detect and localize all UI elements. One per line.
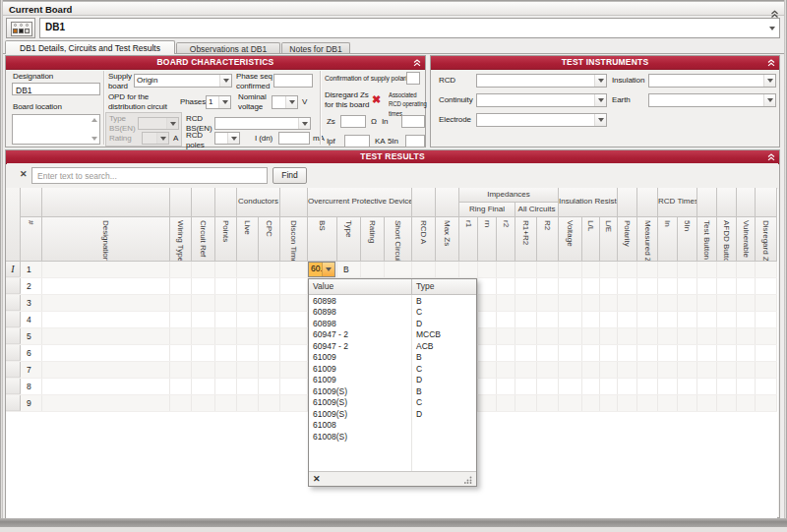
tab-db1-details[interactable]: DB1 Details, Circuits and Test Results: [5, 40, 175, 54]
column-header-afdd-button[interactable]: AFDD Button: [717, 217, 737, 262]
column-header-disregard-zs[interactable]: Disregard Zs: [756, 217, 777, 262]
chevron-down-icon[interactable]: [285, 96, 297, 108]
cell-r2[interactable]: [497, 295, 515, 311]
cell-circuit-ref[interactable]: [192, 312, 215, 327]
cell-points[interactable]: [215, 345, 237, 361]
cell-voltage[interactable]: [559, 362, 582, 378]
cell-col[interactable]: 9: [21, 395, 42, 411]
nominal-voltage-combobox[interactable]: [272, 95, 298, 109]
bs-editor-combobox[interactable]: 60...: [308, 262, 335, 277]
board-icon-button[interactable]: [6, 18, 35, 38]
cell-cpc[interactable]: [259, 395, 280, 411]
cell-cpc[interactable]: [259, 328, 280, 344]
chevron-down-icon[interactable]: [594, 114, 606, 126]
cell-cpc[interactable]: [259, 278, 280, 294]
cell-circuit-ref[interactable]: [192, 345, 215, 361]
column-header-discon-time[interactable]: Discon Time: [280, 217, 308, 262]
ipf-field[interactable]: [344, 135, 370, 148]
row-indicator[interactable]: [6, 379, 21, 394]
idn-field[interactable]: [278, 132, 310, 145]
cell-r2[interactable]: [537, 312, 559, 327]
column-header-points[interactable]: Points: [215, 217, 237, 262]
cell-afdd-button[interactable]: [717, 328, 737, 344]
cell-rn[interactable]: [478, 262, 497, 277]
dropdown-arrow-icon[interactable]: [322, 263, 334, 276]
cell-l-e[interactable]: [600, 362, 618, 378]
cell-l-l[interactable]: [582, 395, 600, 411]
cell-rn[interactable]: [478, 362, 497, 378]
zs-field[interactable]: [340, 115, 366, 128]
cell-designation[interactable]: [42, 395, 170, 411]
cell-l-e[interactable]: [600, 345, 618, 361]
cell-measured-zs[interactable]: [637, 395, 658, 411]
cell-vulnerable[interactable]: [737, 328, 756, 344]
column-header-short-circuit[interactable]: Short Circuit: [385, 217, 412, 262]
cell-live[interactable]: [237, 395, 259, 411]
cell-r2[interactable]: [497, 379, 515, 394]
cell-vulnerable[interactable]: [737, 345, 756, 361]
cell-live[interactable]: [237, 312, 259, 327]
cell-col[interactable]: 2: [21, 278, 42, 294]
cell-l-l[interactable]: [582, 295, 600, 311]
cell-designation[interactable]: [42, 379, 170, 394]
cell-voltage[interactable]: [559, 262, 582, 277]
cell-live[interactable]: [237, 278, 259, 294]
cell-rn[interactable]: [478, 379, 497, 394]
insulation-instrument-combobox[interactable]: [648, 74, 776, 88]
column-header-r1-r2[interactable]: R1+R2: [515, 217, 537, 262]
cell-in[interactable]: [658, 328, 678, 344]
cell-designation[interactable]: [42, 345, 170, 361]
cell-5in[interactable]: [678, 295, 697, 311]
cell-l-e[interactable]: [600, 262, 618, 277]
cell-max-zs[interactable]: [436, 262, 459, 277]
cell-test-button[interactable]: [697, 328, 717, 344]
cell-l-e[interactable]: [600, 395, 618, 411]
cell-cpc[interactable]: [259, 295, 280, 311]
search-input[interactable]: [35, 170, 264, 182]
cell-r1-r2[interactable]: [515, 395, 537, 411]
dropdown-item[interactable]: 61009D: [309, 375, 476, 386]
cell-r2[interactable]: [497, 328, 515, 344]
cell-points[interactable]: [215, 395, 237, 411]
cell-polarity[interactable]: [618, 312, 637, 327]
cell-wiring-type[interactable]: [170, 262, 192, 277]
cell-voltage[interactable]: [559, 328, 582, 344]
cell-r1-r2[interactable]: [515, 328, 537, 344]
cell-wiring-type[interactable]: [170, 328, 192, 344]
column-header-rcd-a[interactable]: RCD A: [412, 217, 436, 262]
dropdown-item[interactable]: 60898B: [309, 295, 476, 307]
dropdown-header-type[interactable]: Type: [412, 279, 476, 294]
cell-cpc[interactable]: [259, 345, 280, 361]
cell-test-button[interactable]: [697, 312, 717, 327]
column-header-max-zs[interactable]: Max Zs: [436, 217, 459, 262]
cell-discon-time[interactable]: [280, 362, 308, 378]
cell-r2[interactable]: [497, 262, 515, 277]
chevron-down-icon[interactable]: [218, 96, 230, 108]
dropdown-item[interactable]: 60898C: [309, 307, 476, 319]
electrode-instrument-combobox[interactable]: [476, 113, 607, 127]
cell-wiring-type[interactable]: [170, 295, 192, 311]
chevron-down-icon[interactable]: [769, 27, 775, 30]
cell-circuit-ref[interactable]: [192, 295, 215, 311]
cell-l-l[interactable]: [582, 262, 600, 277]
dropdown-item[interactable]: 61009(S)D: [309, 408, 476, 420]
cell-vulnerable[interactable]: [737, 379, 756, 394]
cell-r2[interactable]: [537, 362, 559, 378]
column-header-5in[interactable]: 5In: [678, 217, 697, 262]
cell-vulnerable[interactable]: [737, 395, 756, 411]
cell-r2[interactable]: [537, 278, 559, 294]
cell-r1-r2[interactable]: [515, 278, 537, 294]
red-cross-icon[interactable]: ✖: [372, 94, 381, 105]
cell-voltage[interactable]: [559, 312, 582, 327]
cell-rn[interactable]: [478, 328, 497, 344]
cell-rn[interactable]: [478, 278, 497, 294]
cell-disregard-zs[interactable]: [756, 312, 777, 327]
cell-col[interactable]: 1: [21, 262, 42, 277]
column-header-vulnerable[interactable]: Vulnerable: [737, 217, 756, 262]
cell-disregard-zs[interactable]: [756, 262, 777, 277]
cell-disregard-zs[interactable]: [756, 395, 777, 411]
cell-wiring-type[interactable]: [170, 312, 192, 327]
cell-vulnerable[interactable]: [737, 262, 756, 277]
cell-circuit-ref[interactable]: [192, 362, 215, 378]
chevron-down-icon[interactable]: [298, 118, 310, 129]
